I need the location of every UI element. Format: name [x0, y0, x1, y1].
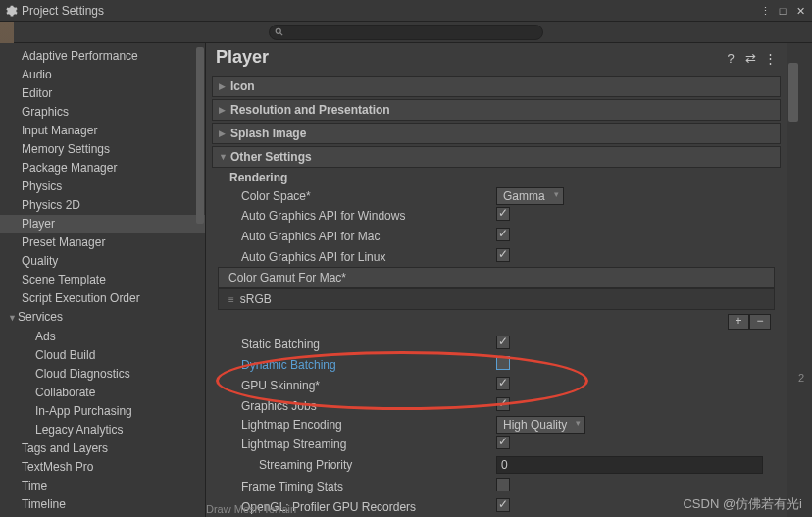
sidebar-item-graphics[interactable]: Graphics [0, 103, 205, 122]
row-auto-api-windows: Auto Graphics API for Windows [212, 205, 781, 226]
row-auto-api-mac: Auto Graphics API for Mac [212, 226, 781, 246]
window-maximize-icon[interactable]: □ [777, 5, 788, 17]
sidebar-item-script-execution-order[interactable]: Script Execution Order [0, 289, 205, 308]
sidebar-item-scene-template[interactable]: Scene Template [0, 271, 205, 289]
sidebar-item-textmesh-pro[interactable]: TextMesh Pro [0, 458, 205, 477]
chevron-right-icon: ▶ [219, 105, 230, 115]
svg-line-1 [280, 32, 283, 35]
gpu-skinning-checkbox[interactable] [496, 377, 510, 390]
sidebar-item-package-manager[interactable]: Package Manager [0, 159, 205, 178]
right-edge: 2 [798, 43, 812, 517]
page-title: Player [216, 47, 718, 68]
chevron-down-icon: ▼ [219, 152, 230, 162]
sidebar-item-cloud-diagnostics[interactable]: Cloud Diagnostics [0, 365, 205, 384]
gamut-item-srgb[interactable]: ≡sRGB [218, 288, 775, 310]
titlebar: Project Settings ⋮ □ ✕ [0, 0, 812, 22]
sidebar-item-input-manager[interactable]: Input Manager [0, 122, 205, 140]
sidebar-item-player[interactable]: Player [0, 215, 205, 233]
row-auto-api-linux: Auto Graphics API for Linux [212, 246, 781, 267]
sidebar-item-preset-manager[interactable]: Preset Manager [0, 233, 205, 252]
help-icon[interactable]: ? [724, 51, 737, 65]
sidebar-item-editor[interactable]: Editor [0, 84, 205, 103]
add-gamut-button[interactable]: + [728, 314, 749, 330]
sidebar-scrollbar[interactable] [195, 43, 205, 517]
auto-api-linux-checkbox[interactable] [496, 248, 510, 262]
settings-icon[interactable]: ⇄ [743, 51, 757, 65]
bottom-text: Draw Mesh Terrain [206, 503, 296, 515]
sidebar-item-collaborate[interactable]: Collaborate [0, 384, 205, 402]
auto-api-mac-checkbox[interactable] [496, 228, 510, 241]
sidebar-item-timeline[interactable]: Timeline [0, 495, 205, 514]
remove-gamut-button[interactable]: − [749, 314, 771, 330]
sidebar-item-memory-settings[interactable]: Memory Settings [0, 140, 205, 159]
section-icon[interactable]: ▶Icon [212, 76, 781, 97]
sidebar-item-time[interactable]: Time [0, 477, 205, 495]
main-scrollbar[interactable] [787, 43, 798, 517]
sidebar: Adaptive Performance Audio Editor Graphi… [0, 43, 206, 517]
searchbar [0, 22, 812, 43]
sidebar-item-physics-2d[interactable]: Physics 2D [0, 196, 205, 215]
window-menu-icon[interactable]: ⋮ [759, 5, 771, 17]
svg-point-0 [276, 28, 280, 33]
row-static-batching: Static Batching [212, 334, 781, 354]
row-lightmap-encoding: Lightmap Encoding High Quality [212, 416, 781, 434]
lightmap-streaming-checkbox[interactable] [496, 436, 510, 449]
color-space-dropdown[interactable]: Gamma [496, 187, 564, 205]
sidebar-item-cloud-build[interactable]: Cloud Build [0, 346, 205, 365]
static-batching-checkbox[interactable] [496, 336, 510, 349]
dynamic-batching-label[interactable]: Dynamic Batching [241, 358, 496, 372]
row-gpu-skinning: GPU Skinning* [212, 375, 781, 395]
dynamic-batching-checkbox[interactable] [496, 356, 510, 370]
lightmap-encoding-dropdown[interactable]: High Quality [496, 416, 585, 434]
sidebar-item-in-app-purchasing[interactable]: In-App Purchasing [0, 402, 205, 421]
sidebar-item-quality[interactable]: Quality [0, 252, 205, 271]
window-close-icon[interactable]: ✕ [794, 5, 806, 17]
row-streaming-priority: Streaming Priority 0 [212, 454, 781, 476]
search-input[interactable] [269, 25, 543, 40]
search-icon [275, 26, 284, 36]
window-title: Project Settings [22, 4, 759, 18]
drag-handle-icon[interactable]: ≡ [228, 294, 234, 305]
sidebar-item-adaptive-performance[interactable]: Adaptive Performance [0, 47, 205, 66]
row-lightmap-streaming: Lightmap Streaming [212, 434, 781, 454]
sidebar-item-legacy-analytics[interactable]: Legacy Analytics [0, 421, 205, 439]
row-dynamic-batching: Dynamic Batching [212, 354, 781, 375]
main-panel: Player ? ⇄ ⋮ ▶Icon ▶Resolution and Prese… [206, 43, 787, 517]
auto-api-windows-checkbox[interactable] [496, 207, 510, 221]
gear-icon [6, 5, 18, 17]
content: ▶Icon ▶Resolution and Presentation ▶Spla… [206, 74, 787, 517]
section-resolution[interactable]: ▶Resolution and Presentation [212, 99, 781, 121]
color-space-label: Color Space* [241, 189, 496, 203]
opengl-profiler-checkbox[interactable] [496, 498, 510, 512]
frame-timing-checkbox[interactable] [496, 478, 510, 491]
row-graphics-jobs: Graphics Jobs [212, 395, 781, 416]
gamut-header: Color Gamut For Mac* [218, 267, 775, 288]
sidebar-item-services[interactable]: ▼Services [0, 308, 205, 328]
streaming-priority-input[interactable]: 0 [496, 456, 763, 474]
rendering-header: Rendering [212, 168, 781, 187]
sidebar-item-audio[interactable]: Audio [0, 66, 205, 84]
chevron-right-icon: ▶ [219, 81, 230, 91]
chevron-right-icon: ▶ [219, 129, 230, 138]
graphics-jobs-checkbox[interactable] [496, 397, 510, 411]
row-color-space: Color Space* Gamma [212, 187, 781, 205]
watermark: CSDN @仿佛若有光i [683, 495, 802, 513]
section-other[interactable]: ▼Other Settings [212, 146, 781, 168]
row-frame-timing: Frame Timing Stats [212, 476, 781, 496]
chevron-down-icon: ▼ [8, 311, 18, 326]
sidebar-item-tags-layers[interactable]: Tags and Layers [0, 439, 205, 458]
menu-icon[interactable]: ⋮ [763, 51, 777, 65]
sidebar-item-ads[interactable]: Ads [0, 328, 205, 346]
section-splash[interactable]: ▶Splash Image [212, 123, 781, 144]
sidebar-item-physics[interactable]: Physics [0, 178, 205, 196]
